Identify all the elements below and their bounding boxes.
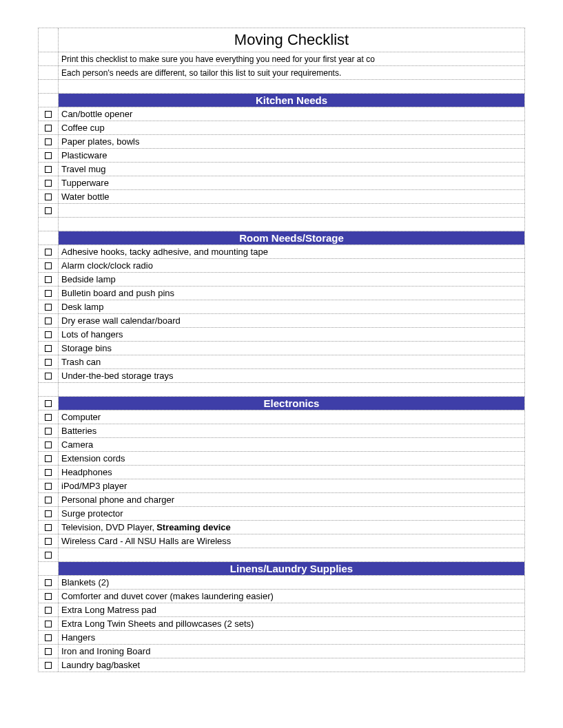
document-title: Moving Checklist [59,28,524,52]
checkbox-icon[interactable] [45,648,52,655]
checklist-item-row: Water bottle [39,190,524,204]
checklist-item-row: Wireless Card - All NSU Halls are Wirele… [39,534,524,548]
checkbox-icon[interactable] [45,552,52,559]
checklist-item-label: Laundry bag/basket [59,658,524,672]
checklist-grid: Moving Checklist Print this checklist to… [38,28,525,672]
spacer-row [39,383,524,397]
subtitle-text-1: Print this checklist to make sure you ha… [59,52,524,65]
checklist-item-row: Desk lamp [39,300,524,314]
checklist-item-label: Camera [59,438,524,451]
checklist-item-row: Computer [39,410,524,424]
subtitle-row-1: Print this checklist to make sure you ha… [39,52,524,66]
checkbox-icon[interactable] [45,125,52,132]
checkbox-icon[interactable] [45,621,52,627]
spacer-row [39,80,524,94]
checklist-item-label: Blankets (2) [59,576,524,589]
spacer-row [39,218,524,231]
checkbox-icon[interactable] [45,138,52,145]
checklist-item-row: Adhesive hooks, tacky adhesive, and moun… [39,245,524,259]
checklist-item-label: Tupperware [59,176,524,189]
subtitle-row-2: Each person's needs are different, so ta… [39,66,524,80]
checklist-item-label: Under-the-bed storage trays [59,369,524,382]
checkbox-icon[interactable] [45,538,52,545]
checklist-item-label: Plasticware [59,149,524,162]
checklist-item-label: Hangers [59,631,524,644]
checkbox-icon[interactable] [45,497,52,503]
checkbox-icon[interactable] [45,290,52,297]
checklist-item-label: Bedside lamp [59,273,524,286]
checkbox-icon[interactable] [45,262,52,269]
checklist-item-row: Can/bottle opener [39,107,524,121]
checkbox-icon[interactable] [45,607,52,614]
checklist-item-row: Hangers [39,631,524,645]
checklist-item-row: Camera [39,438,524,452]
checklist-item-row: Plasticware [39,149,524,163]
checklist-item-label: Adhesive hooks, tacky adhesive, and moun… [59,245,524,258]
checklist-item-row: Iron and Ironing Board [39,645,524,658]
blank-item-row [39,548,524,562]
checkbox-icon[interactable] [45,345,52,352]
checklist-item-label: Coffee cup [59,121,524,134]
checkbox-icon[interactable] [45,428,52,435]
checklist-item-label: Bulletin board and push pins [59,287,524,300]
checklist-item-label: Television, DVD Player, Streaming device [59,521,524,534]
checkbox-icon[interactable] [45,373,52,379]
section-header: Electronics [59,397,524,410]
checkbox-icon[interactable] [45,318,52,324]
checklist-item-label: Extension cords [59,452,524,465]
checkbox-icon[interactable] [45,441,52,448]
section-header-row: Room Needs/Storage [39,231,524,245]
checklist-item-row: Extra Long Twin Sheets and pillowcases (… [39,617,524,631]
checklist-item-row: Bulletin board and push pins [39,287,524,300]
checklist-item-row: Under-the-bed storage trays [39,369,524,383]
checkbox-icon[interactable] [45,662,52,669]
checkbox-icon[interactable] [45,331,52,338]
checkbox-icon[interactable] [45,180,52,187]
checklist-item-label: Computer [59,410,524,424]
checkbox-icon[interactable] [45,483,52,490]
checklist-item-label: Batteries [59,424,524,437]
checkbox-icon[interactable] [45,400,52,407]
section-header-row: Electronics [39,397,524,410]
checkbox-icon[interactable] [45,207,52,214]
checkbox-icon[interactable] [45,510,52,517]
checkbox-icon[interactable] [45,152,52,159]
checklist-item-label: Iron and Ironing Board [59,645,524,658]
checkbox-icon[interactable] [45,249,52,256]
section-header: Room Needs/Storage [59,231,524,245]
checkbox-icon[interactable] [45,414,52,421]
checkbox-icon[interactable] [45,111,52,118]
checkbox-icon[interactable] [45,194,52,200]
checklist-item-label: Trash can [59,355,524,368]
section-header-row: Kitchen Needs [39,94,524,107]
section-header-row: Linens/Laundry Supplies [39,562,524,576]
bold-text: Streaming device [156,522,231,532]
checkbox-icon[interactable] [45,579,52,586]
subtitle-text-2: Each person's needs are different, so ta… [59,66,524,79]
section-header: Linens/Laundry Supplies [59,562,524,575]
checklist-item-label: Storage bins [59,342,524,355]
checklist-item-label: Extra Long Twin Sheets and pillowcases (… [59,617,524,630]
checklist-item-label: iPod/MP3 player [59,479,524,492]
checklist-item-row: Trash can [39,355,524,369]
checkbox-icon[interactable] [45,469,52,476]
blank-item-row [39,204,524,218]
checklist-item-row: Comforter and duvet cover (makes launder… [39,590,524,603]
checklist-item-row: Lots of hangers [39,328,524,342]
checklist-item-label: Headphones [59,466,524,479]
checkbox-icon[interactable] [45,455,52,462]
checklist-item-label: Travel mug [59,163,524,176]
checklist-item-row: Extra Long Matress pad [39,603,524,617]
checkbox-icon[interactable] [45,593,52,600]
checkbox-icon[interactable] [45,166,52,173]
title-row: Moving Checklist [39,28,524,52]
checkbox-icon[interactable] [45,524,52,531]
checklist-item-row: Television, DVD Player, Streaming device [39,521,524,534]
checkbox-icon[interactable] [45,634,52,641]
checkbox-icon[interactable] [45,304,52,311]
page: Moving Checklist Print this checklist to… [0,0,563,700]
checklist-item-row: Paper plates, bowls [39,135,524,149]
checkbox-icon[interactable] [45,276,52,283]
checklist-item-row: Personal phone and charger [39,493,524,507]
checkbox-icon[interactable] [45,359,52,366]
